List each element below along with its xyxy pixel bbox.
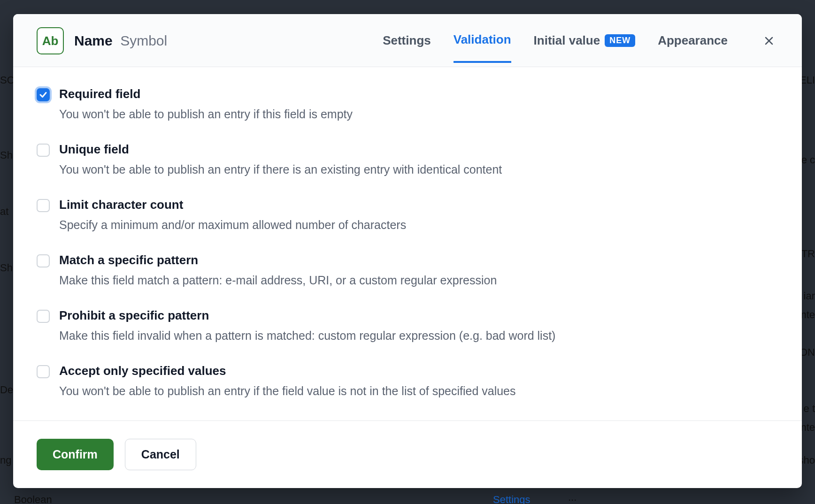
validation-desc: You won't be able to publish an entry if… — [59, 161, 778, 178]
validation-unique-field: Unique field You won't be able to publis… — [37, 142, 778, 178]
validation-title: Unique field — [59, 142, 778, 157]
field-type-label: Symbol — [120, 33, 167, 48]
validation-title: Accept only specified values — [59, 364, 778, 378]
bg-text: e c — [801, 154, 815, 166]
bg-text: Boolean — [14, 494, 52, 504]
validation-desc: You won't be able to publish an entry if… — [59, 106, 778, 122]
bg-text: iar — [804, 290, 815, 302]
validation-desc: You won't be able to publish an entry if… — [59, 383, 778, 399]
bg-text: e t — [804, 403, 815, 415]
confirm-button[interactable]: Confirm — [37, 439, 114, 470]
field-type-icon: Ab — [37, 27, 64, 54]
tab-initial-value-label: Initial value — [534, 33, 600, 48]
bg-text: Sh — [0, 149, 13, 161]
bg-text: De — [0, 384, 13, 396]
checkbox-required-field[interactable] — [37, 88, 50, 101]
header-left: Ab Name Symbol — [37, 27, 167, 54]
tab-settings[interactable]: Settings — [383, 33, 431, 62]
validation-prohibit-pattern: Prohibit a specific pattern Make this fi… — [37, 308, 778, 344]
bg-text: nte — [800, 421, 815, 434]
checkbox-limit-character-count[interactable] — [37, 199, 50, 212]
field-name: Name — [74, 33, 113, 48]
checkbox-accept-specified-values[interactable] — [37, 365, 50, 378]
bg-text: Settings — [493, 494, 531, 504]
bg-text: at — [0, 206, 8, 218]
bg-text: nte — [800, 309, 815, 321]
checkbox-unique-field[interactable] — [37, 144, 50, 157]
bg-text: ··· — [568, 494, 577, 504]
checkbox-prohibit-pattern[interactable] — [37, 310, 50, 323]
validation-required-field: Required field You won't be able to publ… — [37, 87, 778, 122]
validation-match-pattern: Match a specific pattern Make this field… — [37, 253, 778, 289]
close-icon — [763, 35, 775, 46]
tab-initial-value[interactable]: Initial value NEW — [534, 33, 636, 62]
field-settings-modal: Ab Name Symbol Settings Validation Initi… — [13, 14, 802, 488]
tab-appearance[interactable]: Appearance — [658, 33, 728, 62]
validation-title: Limit character count — [59, 198, 778, 212]
tab-validation[interactable]: Validation — [454, 32, 511, 63]
tabs: Settings Validation Initial value NEW Ap… — [383, 31, 778, 50]
modal-body: Required field You won't be able to publ… — [13, 67, 802, 420]
validation-desc: Specify a minimum and/or maximum allowed… — [59, 217, 778, 233]
new-badge: NEW — [605, 34, 635, 47]
cancel-button[interactable]: Cancel — [125, 439, 196, 470]
field-title-group: Name Symbol — [74, 33, 167, 49]
field-icon-text: Ab — [42, 34, 59, 48]
bg-text: ng — [0, 454, 11, 466]
bg-text: Sh — [0, 262, 13, 274]
modal-header: Ab Name Symbol Settings Validation Initi… — [13, 14, 802, 67]
validation-accept-specified-values: Accept only specified values You won't b… — [37, 364, 778, 399]
bg-text: TR — [801, 248, 815, 260]
validation-desc: Make this field match a pattern: e-mail … — [59, 272, 778, 289]
modal-footer: Confirm Cancel — [13, 420, 802, 488]
validation-title: Match a specific pattern — [59, 253, 778, 267]
validation-title: Required field — [59, 87, 778, 101]
validation-title: Prohibit a specific pattern — [59, 308, 778, 323]
checkbox-match-pattern[interactable] — [37, 254, 50, 267]
close-button[interactable] — [760, 31, 778, 50]
validation-limit-character-count: Limit character count Specify a minimum … — [37, 198, 778, 233]
validation-desc: Make this field invalid when a pattern i… — [59, 328, 778, 344]
